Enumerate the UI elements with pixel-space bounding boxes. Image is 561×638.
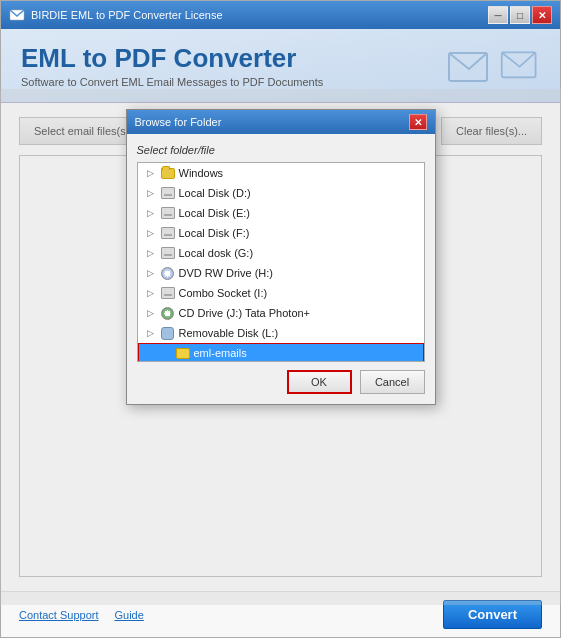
drive-icon	[160, 206, 176, 220]
app-subtitle: Software to Convert EML Email Messages t…	[21, 76, 447, 88]
close-button[interactable]: ✕	[532, 6, 552, 24]
expand-icon	[159, 346, 173, 360]
main-window: BIRDIE EML to PDF Converter License ─ □ …	[0, 0, 561, 638]
expand-icon: ▷	[144, 246, 158, 260]
minimize-button[interactable]: ─	[488, 6, 508, 24]
dialog-buttons: OK Cancel	[137, 370, 425, 394]
drive-icon	[160, 186, 176, 200]
tree-item-disk-f[interactable]: ▷ Local Disk (F:)	[138, 223, 424, 243]
expand-icon: ▷	[144, 186, 158, 200]
cancel-button[interactable]: Cancel	[360, 370, 425, 394]
drive-icon	[160, 286, 176, 300]
tree-item-dvd-h[interactable]: ▷ DVD RW Drive (H:)	[138, 263, 424, 283]
content-area: Select email files(s)... Select folder h…	[1, 103, 560, 591]
title-bar-text: BIRDIE EML to PDF Converter License	[31, 9, 223, 21]
dialog-overlay: Browse for Folder ✕ Select folder/file ▷…	[0, 89, 561, 605]
guide-link[interactable]: Guide	[115, 609, 144, 621]
app-icon	[9, 7, 25, 23]
tree-item-disk-e[interactable]: ▷ Local Disk (E:)	[138, 203, 424, 223]
contact-support-link[interactable]: Contact Support	[19, 609, 99, 621]
envelope-icon-1	[447, 47, 492, 85]
expand-icon: ▷	[144, 306, 158, 320]
dialog-close-button[interactable]: ✕	[409, 114, 427, 130]
app-title: EML to PDF Converter	[21, 43, 447, 74]
browse-folder-dialog: Browse for Folder ✕ Select folder/file ▷…	[126, 109, 436, 405]
tree-item-combo-i[interactable]: ▷ Combo Socket (I:)	[138, 283, 424, 303]
expand-icon: ▷	[144, 206, 158, 220]
tree-item-windows[interactable]: ▷ Windows	[138, 163, 424, 183]
drive-icon	[160, 226, 176, 240]
dvd-icon	[160, 266, 176, 280]
folder-tree[interactable]: ▷ Windows ▷ Local Disk (D:) ▷	[137, 162, 425, 362]
expand-icon: ▷	[144, 166, 158, 180]
dialog-title-bar: Browse for Folder ✕	[127, 110, 435, 134]
tree-item-cd-j[interactable]: ▷ CD Drive (J:) Tata Photon+	[138, 303, 424, 323]
expand-icon: ▷	[144, 226, 158, 240]
folder-icon	[160, 166, 176, 180]
tree-item-disk-d[interactable]: ▷ Local Disk (D:)	[138, 183, 424, 203]
expand-icon: ▷	[144, 286, 158, 300]
ok-button[interactable]: OK	[287, 370, 352, 394]
usb-icon	[160, 326, 176, 340]
envelope-icon-2	[500, 47, 540, 81]
dialog-label: Select folder/file	[137, 144, 425, 156]
maximize-button[interactable]: □	[510, 6, 530, 24]
expand-icon: ▷	[144, 326, 158, 340]
cd-icon	[160, 306, 176, 320]
tree-item-disk-g[interactable]: ▷ Local dosk (G:)	[138, 243, 424, 263]
tree-item-eml-emails[interactable]: eml-emails	[138, 343, 424, 362]
expand-icon: ▷	[144, 266, 158, 280]
drive-icon	[160, 246, 176, 260]
tree-item-removable-l[interactable]: ▷ Removable Disk (L:)	[138, 323, 424, 343]
dialog-title-text: Browse for Folder	[135, 116, 222, 128]
folder-open-icon	[175, 346, 191, 360]
title-bar: BIRDIE EML to PDF Converter License ─ □ …	[1, 1, 560, 29]
